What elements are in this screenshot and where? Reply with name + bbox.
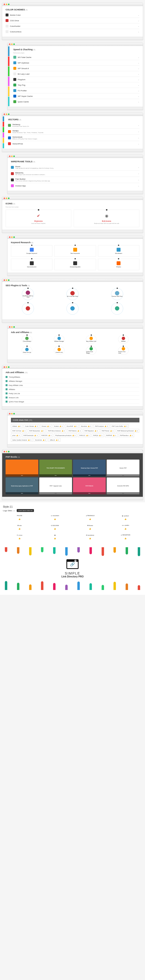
- list-item[interactable]: ColorHunter⌄: [6, 24, 139, 29]
- code-tag[interactable]: PHPLOC👍1: [78, 433, 91, 437]
- keyword-card[interactable]: FAQfox: [98, 259, 139, 270]
- thumb-icon[interactable]: 👍: [38, 528, 72, 530]
- logo-item[interactable]: ✕ cross👍: [3, 533, 36, 539]
- code-tag[interactable]: phan👍1: [11, 433, 21, 437]
- sidebar-color-tab[interactable]: [8, 67, 10, 76]
- list-item[interactable]: BalsamiqWe design tools because we belie…: [11, 170, 139, 177]
- logo-item[interactable]: ▲TRIANGLE👍: [74, 514, 107, 520]
- sidebar-color-tab[interactable]: [3, 116, 4, 121]
- code-tag[interactable]: PHP Code Sniffer👍1: [110, 424, 129, 428]
- code-tag[interactable]: PHPPHP👍1: [105, 433, 118, 437]
- logo-item[interactable]: ▲ MOUNTAIN👍: [109, 533, 142, 539]
- code-tag[interactable]: PHP Migration👍1: [83, 429, 100, 433]
- thumb-icon[interactable]: 👍: [109, 528, 142, 530]
- logo-item[interactable]: ⊙ SOLIVAN👍: [38, 523, 72, 530]
- list-item[interactable]: QOKS Fixed Widget: [6, 400, 139, 404]
- ads-oval[interactable]: Amazon Auto Links: [118, 346, 129, 355]
- ads-oval[interactable]: Pretty Link Lite: [22, 346, 32, 355]
- code-tag[interactable]: Code Climate👍1: [24, 424, 39, 428]
- code-tag[interactable]: PHP Mess Detector👍1: [47, 429, 66, 433]
- list-item[interactable]: Pingdom⌄: [13, 77, 139, 82]
- book-card[interactable]: PHP PANDASview: [73, 477, 106, 494]
- list-item[interactable]: CSS Drive⌄: [6, 18, 139, 24]
- code-tag[interactable]: Dissect👍1: [40, 424, 52, 428]
- logo-item[interactable]: ▲▲ peaks👍: [109, 523, 142, 530]
- thumb-icon[interactable]: 👍: [38, 538, 72, 539]
- seo-circle[interactable]: [66, 302, 79, 315]
- sidebar-color-tab[interactable]: [8, 46, 10, 56]
- list-item[interactable]: W3 Total Cache⌄: [13, 54, 139, 60]
- logo-item[interactable]: ⊡ anodesty👍: [74, 533, 107, 539]
- list-item[interactable]: Invision App⌄: [11, 183, 139, 188]
- sidebar-color-tab[interactable]: [3, 138, 4, 143]
- list-item[interactable]: WP Super Cache⌄: [13, 94, 139, 99]
- code-tag[interactable]: Qafoo Quality Analyzer👍1: [11, 438, 33, 442]
- code-tag[interactable]: Exakat👍1: [53, 424, 64, 428]
- seo-circle[interactable]: WordPress SEO by Yoast: [22, 288, 34, 300]
- close-icon[interactable]: [4, 4, 5, 5]
- sidebar-color-tab[interactable]: [3, 122, 4, 127]
- code-tag[interactable]: PHPCheckstyle👍1: [22, 433, 39, 437]
- icon-card[interactable]: ✔DryiconsIcons and Vector Graphics: [6, 210, 71, 227]
- list-item[interactable]: AxureTHE WORLD'S MOST POWERFUL PROTOTYPI…: [11, 164, 139, 170]
- list-item[interactable]: Adobe Color⌄: [6, 12, 139, 18]
- seo-circle[interactable]: Premium SEO Pack: [111, 288, 123, 300]
- list-item[interactable]: Colorcombos⌄: [6, 29, 139, 34]
- book-card[interactable]: SCALING PHP APPSview: [107, 477, 139, 494]
- code-tag[interactable]: PHP Refactoring Browser👍1: [116, 429, 139, 433]
- thumb-icon[interactable]: 👍: [3, 538, 36, 539]
- seo-circle[interactable]: [111, 302, 123, 315]
- thumb-icon[interactable]: 👍: [38, 518, 72, 520]
- ads-oval[interactable]: Amazon Link: [54, 346, 64, 355]
- code-tag[interactable]: Mondrian👍1: [79, 424, 92, 428]
- list-item[interactable]: Amazon Link: [6, 396, 139, 400]
- code-tag[interactable]: UBench👍1: [48, 438, 60, 442]
- list-item[interactable]: Vector4Free⌄: [8, 141, 139, 146]
- list-item[interactable]: Easy Affiliate Links: [6, 383, 139, 387]
- sidebar-color-tab[interactable]: [8, 97, 10, 107]
- list-item[interactable]: Quick Cache⌄: [13, 99, 139, 104]
- list-item[interactable]: Affiliates Manager: [6, 379, 139, 383]
- keyword-card[interactable]: Answerthepublic: [54, 259, 96, 270]
- logo-item[interactable]: POLIVE👍: [3, 514, 36, 520]
- code-tag[interactable]: PHPQA👍1: [92, 433, 103, 437]
- list-item[interactable]: Pretty Link Lite: [6, 391, 139, 396]
- list-item[interactable]: WP-Optimize⌄: [13, 60, 139, 66]
- minimize-icon[interactable]: [6, 4, 7, 5]
- thumb-icon[interactable]: 👍: [74, 528, 107, 530]
- thumb-icon[interactable]: 👍: [109, 518, 142, 520]
- thumb-icon[interactable]: 👍: [109, 538, 142, 539]
- sidebar-color-tab[interactable]: [8, 86, 10, 96]
- keyword-card[interactable]: Google Keyword: [11, 245, 52, 257]
- sidebar-color-tab[interactable]: [8, 57, 10, 67]
- ads-oval[interactable]: Affiliates Manager: [54, 335, 64, 344]
- icon-card[interactable]: ◉Evil-IconsSimple and clean SVG icon pac…: [74, 210, 139, 227]
- list-item[interactable]: VectorstockMillions of Royalty Free Vect…: [8, 135, 139, 141]
- thumb-icon[interactable]: 👍: [3, 528, 36, 530]
- ads-oval[interactable]: Affiliates: [118, 335, 129, 344]
- sidebar-color-tab[interactable]: [3, 143, 4, 148]
- thumb-icon[interactable]: 👍: [74, 538, 107, 539]
- keyword-card[interactable]: Seo Keywords: [54, 245, 96, 257]
- ads-oval[interactable]: ThirstyAffiliates: [22, 335, 32, 344]
- list-item[interactable]: Tiny Png⌄: [13, 82, 139, 88]
- code-tag[interactable]: PHP CS Fixer👍1: [11, 429, 27, 433]
- book-card[interactable]: PHP 7 Upgrade Guideview: [39, 477, 72, 494]
- code-tag[interactable]: PHPSandbox👍1: [119, 433, 134, 437]
- seo-circle[interactable]: [22, 302, 34, 315]
- code-tag[interactable]: Scrutinizer👍1: [34, 438, 48, 442]
- seo-circle[interactable]: All in One SEO Pack: [66, 288, 79, 300]
- list-item[interactable]: VecteezyDownload Free Vector Art⌄: [8, 122, 139, 129]
- book-card[interactable]: Mastering Object Oriented PHPview: [73, 460, 106, 476]
- list-item[interactable]: ThirstyAffiliates: [6, 375, 139, 379]
- logo-item[interactable]: ✱ star👍: [3, 523, 36, 530]
- logo-item[interactable]: ◆ symbol👍: [109, 514, 142, 520]
- code-tag[interactable]: Athletic👍1: [11, 424, 23, 428]
- code-tag[interactable]: PHP Analyzer👍1: [93, 424, 109, 428]
- code-tag[interactable]: PhpDependencyAnalysis👍1: [54, 433, 77, 437]
- sidebar-color-tab[interactable]: [3, 133, 4, 138]
- book-card[interactable]: Modern PHPview: [107, 460, 139, 476]
- maximize-icon[interactable]: [8, 4, 10, 5]
- keyword-card[interactable]: Danzambonini: [11, 259, 52, 270]
- code-tag[interactable]: GrumPHP👍1: [65, 424, 79, 428]
